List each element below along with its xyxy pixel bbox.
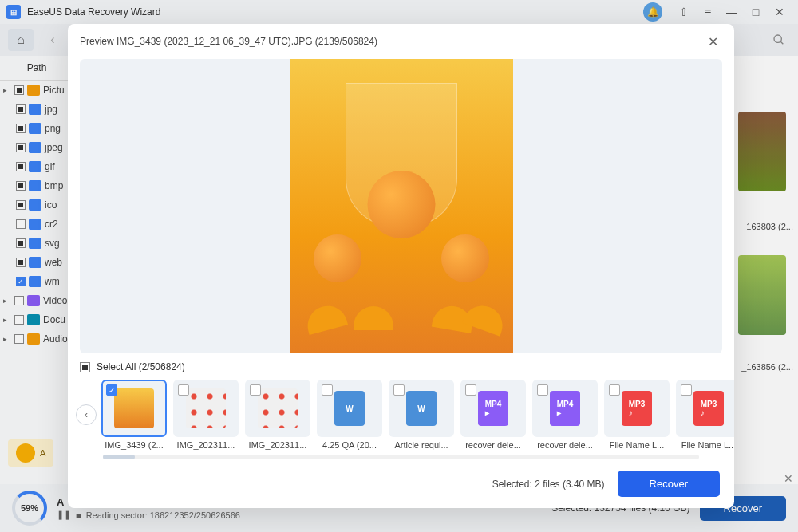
thumb-box[interactable]: W [317, 380, 382, 437]
thumb-checkbox[interactable] [609, 384, 620, 396]
thumb-checkbox[interactable] [322, 384, 333, 396]
thumb-checkbox[interactable] [681, 384, 692, 396]
thumb-item[interactable]: WArticle requi... [389, 380, 454, 450]
thumb-box[interactable]: MP4▸ [460, 380, 526, 437]
thumb-item[interactable]: MP3♪File Name L... [604, 380, 670, 450]
thumb-checkbox[interactable] [393, 384, 405, 396]
thumb-item[interactable]: MP4▸recover dele... [532, 380, 598, 450]
recover-button[interactable]: Recover [618, 471, 720, 497]
thumb-label: IMG_202311... [173, 440, 239, 450]
modal-footer: Selected: 2 files (3.40 MB) Recover [68, 459, 734, 508]
preview-modal: Preview IMG_3439 (2023_12_21 06_39_47 UT… [68, 24, 734, 508]
thumb-label: File Name L... [676, 440, 734, 450]
thumb-item[interactable]: IMG_202311... [173, 380, 239, 450]
thumb-checkbox[interactable] [465, 384, 476, 396]
select-all-label: Select All (2/506824) [97, 361, 185, 372]
thumbnail-row: ‹ ✓IMG_3439 (2...IMG_202311...IMG_202311… [68, 376, 734, 450]
preview-area [80, 59, 722, 353]
thumb-checkbox[interactable]: ✓ [106, 384, 117, 396]
thumb-label: recover dele... [460, 440, 526, 450]
thumb-box[interactable] [245, 380, 310, 437]
select-all-row[interactable]: Select All (2/506824) [68, 353, 734, 376]
thumb-label: Article requi... [389, 440, 454, 450]
thumb-item[interactable]: MP3♪File Name L... [676, 380, 734, 450]
modal-close-button[interactable]: ✕ [703, 32, 722, 51]
select-all-checkbox[interactable] [80, 362, 90, 372]
thumb-box[interactable]: W [389, 380, 454, 437]
thumb-label: recover dele... [532, 440, 598, 450]
thumb-label: File Name L... [604, 440, 670, 450]
thumb-box[interactable] [173, 380, 239, 437]
thumb-checkbox[interactable] [250, 384, 261, 396]
thumb-box[interactable]: MP3♪ [676, 380, 734, 437]
thumb-box[interactable]: MP3♪ [604, 380, 670, 437]
thumb-label: IMG_202311... [245, 440, 310, 450]
modal-header: Preview IMG_3439 (2023_12_21 06_39_47 UT… [68, 24, 734, 59]
thumb-item[interactable]: W4.25 QA (20... [317, 380, 382, 450]
thumb-box[interactable]: ✓ [101, 380, 167, 437]
thumb-item[interactable]: IMG_202311... [245, 380, 310, 450]
prev-arrow-button[interactable]: ‹ [76, 404, 97, 425]
thumb-checkbox[interactable] [178, 384, 189, 396]
thumb-item[interactable]: ✓IMG_3439 (2... [101, 380, 167, 450]
modal-title: Preview IMG_3439 (2023_12_21 06_39_47 UT… [80, 36, 377, 47]
thumb-checkbox[interactable] [537, 384, 548, 396]
thumb-box[interactable]: MP4▸ [532, 380, 598, 437]
footer-selected: Selected: 2 files (3.40 MB) [492, 479, 605, 490]
thumb-item[interactable]: MP4▸recover dele... [460, 380, 526, 450]
preview-image [290, 59, 513, 353]
thumb-label: IMG_3439 (2... [101, 440, 167, 450]
thumb-label: 4.25 QA (20... [317, 440, 382, 450]
